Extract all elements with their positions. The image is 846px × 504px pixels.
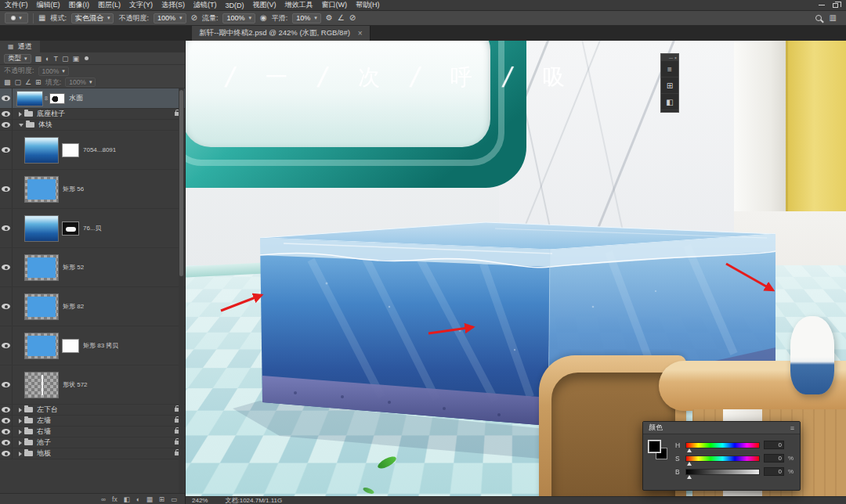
- document-tab[interactable]: 新轩--期中终稿2.psd @ 242% (水面, RGB/8#) ×: [192, 26, 371, 41]
- layer-thumbnail[interactable]: [24, 293, 59, 320]
- lock-position-icon[interactable]: ∠: [25, 78, 31, 86]
- layer-mask-thumbnail[interactable]: [62, 143, 79, 157]
- visibility-eye-icon[interactable]: [2, 451, 10, 456]
- fill-field[interactable]: 100%▾: [65, 77, 96, 87]
- visibility-eye-icon[interactable]: [2, 418, 10, 423]
- layer-thumbnail[interactable]: [24, 333, 59, 359]
- visibility-eye-icon[interactable]: [2, 407, 10, 412]
- layer-mask-thumbnail[interactable]: [62, 339, 79, 353]
- layer-thumbnail[interactable]: [24, 215, 59, 242]
- filter-type-icon[interactable]: T: [53, 55, 58, 63]
- hue-value-field[interactable]: 0: [764, 441, 784, 449]
- disclosure-triangle-icon[interactable]: [19, 452, 22, 456]
- filter-toggle-icon[interactable]: [85, 56, 89, 60]
- close-icon[interactable]: ×: [674, 56, 677, 60]
- slider-handle[interactable]: [687, 448, 692, 452]
- group-row-floor[interactable]: 地板: [0, 448, 185, 459]
- filter-smart-icon[interactable]: ▣: [72, 55, 79, 63]
- blend-mode-select[interactable]: 实色混合▾: [71, 13, 114, 23]
- layers-scrollbar[interactable]: [179, 88, 184, 493]
- visibility-eye-icon[interactable]: [2, 111, 10, 117]
- pen-pressure-opacity-icon[interactable]: ⊘: [191, 14, 197, 22]
- minimize-button[interactable]: [819, 5, 825, 5]
- new-layer-icon[interactable]: ⊞: [159, 495, 164, 503]
- menu-layer[interactable]: 图层(L): [98, 0, 121, 10]
- group-row-left-wall[interactable]: 左墙: [0, 416, 185, 427]
- workspace-icon[interactable]: ▥: [830, 14, 837, 22]
- saturation-value-field[interactable]: 0: [764, 454, 784, 463]
- close-icon[interactable]: ×: [358, 29, 363, 38]
- visibility-eye-icon[interactable]: [2, 440, 10, 445]
- disclosure-triangle-icon[interactable]: [19, 124, 24, 127]
- libraries-icon[interactable]: ◧: [661, 94, 678, 110]
- restore-button[interactable]: [833, 3, 838, 8]
- visibility-eye-icon[interactable]: [2, 382, 10, 387]
- flow-select[interactable]: 100%▾: [222, 13, 255, 23]
- collapse-icon[interactable]: —: [669, 56, 673, 60]
- layer-row-rect-82[interactable]: 矩形 82: [0, 287, 185, 326]
- pen-pressure-size-icon[interactable]: ⊘: [349, 14, 356, 22]
- menu-type[interactable]: 文字(Y): [129, 0, 153, 10]
- saturation-slider[interactable]: [685, 455, 760, 462]
- layer-thumbnail[interactable]: [24, 137, 59, 164]
- hue-slider[interactable]: [685, 442, 760, 448]
- panel-menu-icon[interactable]: ≡: [790, 424, 794, 432]
- layer-thumbnail[interactable]: [16, 91, 43, 106]
- visibility-eye-icon[interactable]: [2, 147, 10, 153]
- brush-angle-icon[interactable]: ∠: [338, 14, 345, 22]
- layer-mask-thumbnail[interactable]: [62, 221, 79, 236]
- lock-transparency-icon[interactable]: ▩: [4, 78, 11, 86]
- layer-row-shape-572[interactable]: 形状 572: [0, 365, 185, 405]
- visibility-eye-icon[interactable]: [2, 95, 10, 101]
- visibility-eye-icon[interactable]: [2, 429, 10, 434]
- visibility-eye-icon[interactable]: [2, 304, 10, 309]
- foreground-color-swatch[interactable]: [649, 441, 660, 452]
- filter-image-icon[interactable]: ▩: [35, 55, 42, 63]
- disclosure-triangle-icon[interactable]: [19, 441, 22, 445]
- new-group-icon[interactable]: ▦: [146, 495, 153, 503]
- menu-3d[interactable]: 3D(D): [226, 2, 244, 9]
- visibility-eye-icon[interactable]: [2, 265, 10, 270]
- menu-view[interactable]: 视图(V): [253, 0, 277, 10]
- slider-handle[interactable]: [687, 462, 692, 466]
- lock-pixels-icon[interactable]: ▢: [15, 78, 22, 86]
- brightness-slider[interactable]: [685, 469, 760, 475]
- brightness-value-field[interactable]: 0: [764, 467, 784, 476]
- brush-settings-icon[interactable]: ▦: [38, 14, 45, 22]
- layer-row-image-copy[interactable]: 76...贝: [0, 209, 185, 248]
- visibility-eye-icon[interactable]: [2, 343, 10, 348]
- layer-mask-thumbnail[interactable]: [49, 93, 65, 104]
- lock-artboard-icon[interactable]: ⊞: [35, 78, 42, 86]
- menu-window[interactable]: 窗口(W): [322, 0, 348, 10]
- group-row-pool[interactable]: 池子: [0, 437, 185, 448]
- group-row-left-lower[interactable]: 左下台: [0, 405, 185, 416]
- disclosure-triangle-icon[interactable]: [19, 408, 22, 412]
- visibility-eye-icon[interactable]: [2, 186, 10, 192]
- adjustments-icon[interactable]: ⊞: [661, 77, 678, 94]
- group-row-volumes[interactable]: 体块: [0, 120, 185, 131]
- zoom-level-field[interactable]: 242%: [192, 497, 208, 504]
- add-mask-icon[interactable]: ◧: [124, 495, 130, 503]
- delete-layer-icon[interactable]: ▭: [171, 495, 177, 503]
- airbrush-icon[interactable]: ◉: [260, 14, 267, 22]
- visibility-eye-icon[interactable]: [2, 122, 10, 128]
- menu-file[interactable]: 文件(F): [5, 0, 28, 10]
- group-row-base-pillars[interactable]: 底座柱子: [0, 109, 185, 120]
- layer-filter-select[interactable]: 类型▾: [4, 54, 31, 63]
- smoothing-select[interactable]: 10%▾: [292, 13, 321, 23]
- menu-edit[interactable]: 编辑(E): [37, 0, 60, 10]
- layer-thumbnail[interactable]: [24, 176, 59, 203]
- layer-row-rect-83-copy[interactable]: 矩形 83 拷贝: [0, 326, 185, 365]
- layer-thumbnail[interactable]: [24, 372, 59, 398]
- link-layers-icon[interactable]: ∞: [101, 495, 106, 503]
- disclosure-triangle-icon[interactable]: [19, 112, 22, 117]
- adjustment-layer-icon[interactable]: ◐: [136, 495, 140, 503]
- menu-plugins[interactable]: 增效工具: [285, 0, 313, 10]
- menu-select[interactable]: 选择(S): [161, 0, 185, 10]
- panel-opacity-field[interactable]: 100%▾: [38, 67, 69, 76]
- brush-preset-picker[interactable]: ▾: [5, 13, 28, 23]
- layer-row-rect-56[interactable]: 矩形 56: [0, 170, 185, 209]
- layer-effects-icon[interactable]: fx: [112, 495, 118, 503]
- disclosure-triangle-icon[interactable]: [19, 419, 22, 423]
- filter-shape-icon[interactable]: ▢: [62, 55, 69, 63]
